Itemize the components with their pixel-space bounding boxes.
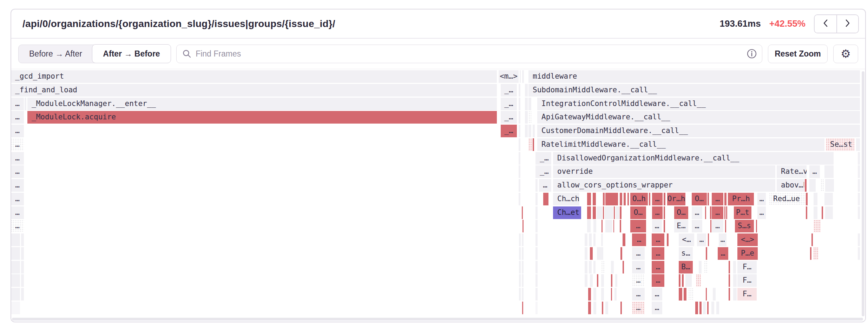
find-frames-input[interactable]: Find Frames [176,45,762,63]
flame-cell[interactable] [724,193,726,205]
flame-cell[interactable] [522,233,524,246]
flame-cell[interactable] [593,193,596,205]
flame-cell[interactable]: _… [501,111,517,124]
flame-cell[interactable] [528,111,531,124]
flame-cell[interactable] [601,220,603,232]
flame-cell[interactable] [703,302,706,314]
flame-cell[interactable]: … [11,138,24,151]
flame-cell[interactable]: … [719,233,726,246]
flame-cell[interactable]: … [630,220,646,232]
flame-cell[interactable] [519,193,520,205]
flame-cell[interactable] [825,179,834,192]
flame-cell[interactable]: CustomerDomainMiddleware.__call__ [537,125,860,137]
flame-cell[interactable]: … [718,247,728,260]
flame-cell[interactable] [708,233,709,246]
flame-cell[interactable] [519,261,521,273]
flame-cell[interactable]: F… [737,288,757,301]
flame-cell[interactable] [679,274,680,287]
flame-cell[interactable] [593,261,596,273]
flame-cell[interactable] [601,274,604,287]
flame-cell[interactable]: abov…heck [777,179,804,192]
flame-cell[interactable]: … [692,206,702,219]
flame-cell[interactable]: … [632,233,646,246]
flame-cell[interactable] [533,138,534,151]
flame-cell[interactable]: RatelimitMiddleware.__call__ [537,138,824,151]
flame-cell[interactable] [519,152,520,165]
toggle-after-before[interactable]: After → Before [92,44,171,63]
flame-cell[interactable] [522,206,523,219]
flame-cell[interactable] [589,261,592,273]
flame-cell[interactable]: IntegrationControlMiddleware.__call__ [537,98,860,110]
flame-cell[interactable] [725,220,726,232]
flame-cell[interactable] [806,193,808,205]
flame-cell[interactable]: … [652,206,663,219]
flame-cell[interactable] [601,261,605,273]
flame-cell[interactable] [614,288,617,301]
flame-cell[interactable] [822,206,823,219]
flame-cell[interactable] [21,274,24,287]
flame-cell[interactable] [519,98,520,110]
flame-cell[interactable] [664,193,665,205]
flame-cell[interactable]: … [11,125,24,137]
flame-cell[interactable] [667,233,669,246]
flame-cell[interactable]: ApiGatewayMiddleware.__call__ [537,111,860,124]
flame-cell[interactable] [705,206,706,219]
flame-cell[interactable] [627,193,629,205]
flame-cell[interactable]: <m…> [499,70,519,83]
flame-cell[interactable] [824,193,833,205]
flame-cell[interactable] [620,193,622,205]
flame-cell[interactable] [522,302,523,314]
flame-cell[interactable]: … [652,247,664,260]
flame-cell[interactable] [805,179,807,192]
flame-cell[interactable]: DisallowedOrganizationMiddleware.__call_… [553,152,824,165]
flame-cell[interactable] [696,274,701,287]
flame-cell[interactable]: F… [737,274,757,287]
flame-cell[interactable] [535,288,538,301]
flame-cell[interactable]: … [632,261,645,273]
flame-cell[interactable] [605,302,608,314]
flame-cell[interactable] [535,179,538,192]
flame-cell[interactable] [593,302,596,314]
flame-cell[interactable] [590,247,593,260]
flame-cell[interactable] [615,274,617,287]
flame-cell[interactable]: SubdomainMiddleware.__call__ [528,84,860,97]
vertical-scrollbar[interactable] [862,71,864,316]
flame-cell[interactable] [519,138,520,151]
flame-cell[interactable]: E… [674,220,688,232]
flame-cell[interactable] [682,274,684,287]
flame-cell[interactable] [597,206,602,219]
toggle-before-after[interactable]: Before → After [19,45,93,63]
flame-cell[interactable] [620,302,622,314]
flame-cell[interactable] [603,206,604,219]
flame-cell[interactable] [525,125,528,137]
flame-cell[interactable] [711,302,714,314]
flame-cell[interactable]: <… [679,233,694,246]
flame-cell[interactable]: … [652,274,664,287]
flame-cell[interactable] [543,193,548,205]
flame-cell[interactable]: _… [501,98,517,110]
flame-cell[interactable] [613,220,614,232]
flame-cell[interactable] [856,138,860,151]
flame-cell[interactable]: Ch…et [553,206,581,219]
flame-cell[interactable] [706,247,707,260]
flame-cell[interactable] [603,193,605,205]
flame-cell[interactable] [704,261,708,273]
flame-cell[interactable] [11,302,20,314]
flame-cell[interactable] [756,220,757,232]
flame-cell[interactable]: … [697,233,706,246]
flame-cell[interactable] [806,206,807,219]
flame-cell[interactable] [814,220,821,232]
flame-cell[interactable] [597,274,598,287]
flame-cell[interactable]: … [632,274,645,287]
flame-cell[interactable] [522,70,524,83]
flame-cell[interactable]: … [632,302,645,314]
flame-cell[interactable]: F… [737,261,757,273]
flame-cell[interactable] [706,288,707,301]
flame-cell[interactable] [519,125,520,137]
flame-cell[interactable] [624,193,626,205]
flame-cell[interactable] [679,288,682,301]
flame-cell[interactable] [685,274,692,287]
flame-cell[interactable] [810,247,811,260]
flame-cell[interactable] [519,288,521,301]
flame-cell[interactable] [858,165,860,178]
